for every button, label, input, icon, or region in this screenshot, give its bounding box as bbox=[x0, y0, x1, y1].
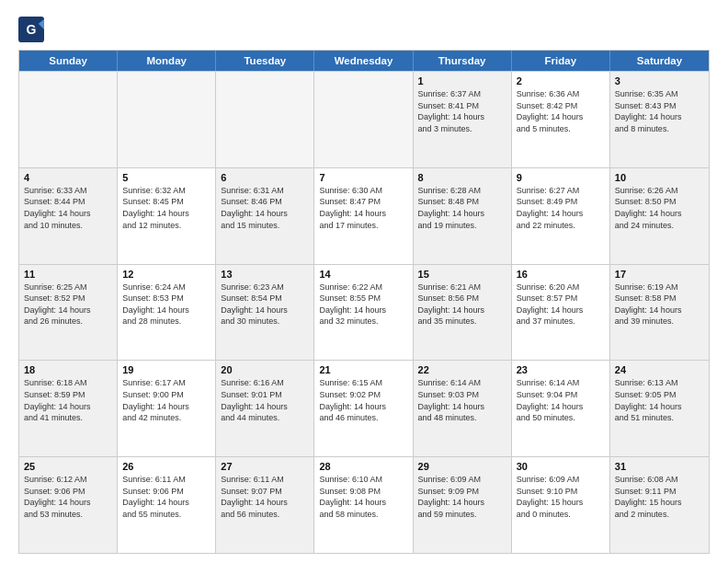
svg-text:G: G bbox=[27, 22, 37, 37]
day-number: 21 bbox=[319, 364, 407, 375]
day-number: 26 bbox=[122, 461, 210, 472]
calendar-cell-14: 14Sunrise: 6:22 AM Sunset: 8:55 PM Dayli… bbox=[314, 265, 413, 361]
calendar-cell-empty-0-2 bbox=[216, 72, 314, 167]
calendar-cell-4: 4Sunrise: 6:33 AM Sunset: 8:44 PM Daylig… bbox=[19, 168, 118, 264]
cell-info: Sunrise: 6:09 AM Sunset: 9:10 PM Dayligh… bbox=[517, 474, 605, 520]
calendar-header: SundayMondayTuesdayWednesdayThursdayFrid… bbox=[19, 51, 709, 71]
day-number: 27 bbox=[221, 461, 309, 472]
calendar-cell-26: 26Sunrise: 6:11 AM Sunset: 9:06 PM Dayli… bbox=[118, 457, 216, 553]
calendar-cell-6: 6Sunrise: 6:31 AM Sunset: 8:46 PM Daylig… bbox=[216, 168, 314, 264]
day-number: 5 bbox=[122, 172, 210, 183]
day-number: 3 bbox=[615, 75, 704, 86]
header: G bbox=[18, 17, 710, 42]
day-number: 13 bbox=[221, 269, 309, 280]
calendar-row-0: 1Sunrise: 6:37 AM Sunset: 8:41 PM Daylig… bbox=[19, 71, 709, 167]
cell-info: Sunrise: 6:28 AM Sunset: 8:48 PM Dayligh… bbox=[418, 185, 506, 231]
calendar-cell-5: 5Sunrise: 6:32 AM Sunset: 8:45 PM Daylig… bbox=[118, 168, 216, 264]
cell-info: Sunrise: 6:30 AM Sunset: 8:47 PM Dayligh… bbox=[319, 185, 407, 231]
calendar-cell-18: 18Sunrise: 6:18 AM Sunset: 8:59 PM Dayli… bbox=[19, 361, 118, 456]
calendar-cell-empty-0-0 bbox=[19, 72, 118, 167]
cell-info: Sunrise: 6:24 AM Sunset: 8:53 PM Dayligh… bbox=[122, 282, 210, 327]
day-number: 28 bbox=[319, 461, 407, 472]
day-number: 4 bbox=[24, 172, 112, 183]
cell-info: Sunrise: 6:31 AM Sunset: 8:46 PM Dayligh… bbox=[221, 185, 309, 231]
calendar-cell-24: 24Sunrise: 6:13 AM Sunset: 9:05 PM Dayli… bbox=[610, 361, 709, 456]
cell-info: Sunrise: 6:13 AM Sunset: 9:05 PM Dayligh… bbox=[615, 377, 704, 423]
calendar-cell-16: 16Sunrise: 6:20 AM Sunset: 8:57 PM Dayli… bbox=[512, 265, 610, 361]
calendar-cell-10: 10Sunrise: 6:26 AM Sunset: 8:50 PM Dayli… bbox=[610, 168, 709, 264]
logo: G bbox=[18, 17, 46, 42]
cell-info: Sunrise: 6:10 AM Sunset: 9:08 PM Dayligh… bbox=[319, 474, 407, 520]
calendar-cell-3: 3Sunrise: 6:35 AM Sunset: 8:43 PM Daylig… bbox=[610, 72, 709, 167]
day-number: 25 bbox=[24, 461, 112, 472]
cell-info: Sunrise: 6:37 AM Sunset: 8:41 PM Dayligh… bbox=[418, 88, 506, 134]
calendar-cell-19: 19Sunrise: 6:17 AM Sunset: 9:00 PM Dayli… bbox=[118, 361, 216, 456]
day-number: 14 bbox=[319, 269, 407, 280]
day-number: 7 bbox=[319, 172, 407, 183]
calendar-cell-28: 28Sunrise: 6:10 AM Sunset: 9:08 PM Dayli… bbox=[314, 457, 413, 553]
calendar: SundayMondayTuesdayWednesdayThursdayFrid… bbox=[18, 50, 710, 554]
cell-info: Sunrise: 6:12 AM Sunset: 9:06 PM Dayligh… bbox=[24, 474, 112, 520]
header-day-thursday: Thursday bbox=[414, 51, 512, 71]
day-number: 12 bbox=[122, 269, 210, 280]
cell-info: Sunrise: 6:08 AM Sunset: 9:11 PM Dayligh… bbox=[615, 474, 704, 520]
day-number: 19 bbox=[122, 364, 210, 375]
day-number: 18 bbox=[24, 364, 112, 375]
calendar-cell-empty-0-3 bbox=[314, 72, 413, 167]
day-number: 31 bbox=[615, 461, 704, 472]
cell-info: Sunrise: 6:32 AM Sunset: 8:45 PM Dayligh… bbox=[122, 185, 210, 231]
day-number: 1 bbox=[418, 75, 506, 86]
page: G SundayMondayTuesdayWednesdayThursdayFr… bbox=[0, 0, 728, 563]
day-number: 24 bbox=[615, 364, 704, 375]
day-number: 10 bbox=[615, 172, 704, 183]
calendar-row-4: 25Sunrise: 6:12 AM Sunset: 9:06 PM Dayli… bbox=[19, 456, 709, 553]
day-number: 22 bbox=[418, 364, 506, 375]
day-number: 15 bbox=[418, 269, 506, 280]
cell-info: Sunrise: 6:27 AM Sunset: 8:49 PM Dayligh… bbox=[517, 185, 605, 231]
header-day-friday: Friday bbox=[512, 51, 610, 71]
calendar-cell-2: 2Sunrise: 6:36 AM Sunset: 8:42 PM Daylig… bbox=[512, 72, 610, 167]
cell-info: Sunrise: 6:35 AM Sunset: 8:43 PM Dayligh… bbox=[615, 88, 704, 134]
header-day-tuesday: Tuesday bbox=[216, 51, 314, 71]
day-number: 9 bbox=[517, 172, 605, 183]
calendar-cell-9: 9Sunrise: 6:27 AM Sunset: 8:49 PM Daylig… bbox=[512, 168, 610, 264]
calendar-cell-30: 30Sunrise: 6:09 AM Sunset: 9:10 PM Dayli… bbox=[512, 457, 610, 553]
day-number: 23 bbox=[517, 364, 605, 375]
header-day-monday: Monday bbox=[118, 51, 216, 71]
cell-info: Sunrise: 6:22 AM Sunset: 8:55 PM Dayligh… bbox=[319, 282, 407, 327]
cell-info: Sunrise: 6:16 AM Sunset: 9:01 PM Dayligh… bbox=[221, 377, 309, 423]
calendar-cell-22: 22Sunrise: 6:14 AM Sunset: 9:03 PM Dayli… bbox=[414, 361, 512, 456]
calendar-cell-15: 15Sunrise: 6:21 AM Sunset: 8:56 PM Dayli… bbox=[414, 265, 512, 361]
calendar-body: 1Sunrise: 6:37 AM Sunset: 8:41 PM Daylig… bbox=[19, 71, 709, 553]
day-number: 29 bbox=[418, 461, 506, 472]
cell-info: Sunrise: 6:14 AM Sunset: 9:03 PM Dayligh… bbox=[418, 377, 506, 423]
calendar-cell-12: 12Sunrise: 6:24 AM Sunset: 8:53 PM Dayli… bbox=[118, 265, 216, 361]
calendar-cell-23: 23Sunrise: 6:14 AM Sunset: 9:04 PM Dayli… bbox=[512, 361, 610, 456]
calendar-cell-31: 31Sunrise: 6:08 AM Sunset: 9:11 PM Dayli… bbox=[610, 457, 709, 553]
day-number: 11 bbox=[24, 269, 112, 280]
calendar-cell-empty-0-1 bbox=[118, 72, 216, 167]
cell-info: Sunrise: 6:17 AM Sunset: 9:00 PM Dayligh… bbox=[122, 377, 210, 423]
header-day-wednesday: Wednesday bbox=[314, 51, 413, 71]
cell-info: Sunrise: 6:25 AM Sunset: 8:52 PM Dayligh… bbox=[24, 282, 112, 327]
calendar-cell-25: 25Sunrise: 6:12 AM Sunset: 9:06 PM Dayli… bbox=[19, 457, 118, 553]
day-number: 2 bbox=[517, 75, 605, 86]
calendar-cell-27: 27Sunrise: 6:11 AM Sunset: 9:07 PM Dayli… bbox=[216, 457, 314, 553]
cell-info: Sunrise: 6:36 AM Sunset: 8:42 PM Dayligh… bbox=[517, 88, 605, 134]
cell-info: Sunrise: 6:15 AM Sunset: 9:02 PM Dayligh… bbox=[319, 377, 407, 423]
calendar-cell-29: 29Sunrise: 6:09 AM Sunset: 9:09 PM Dayli… bbox=[414, 457, 512, 553]
calendar-cell-1: 1Sunrise: 6:37 AM Sunset: 8:41 PM Daylig… bbox=[414, 72, 512, 167]
calendar-cell-13: 13Sunrise: 6:23 AM Sunset: 8:54 PM Dayli… bbox=[216, 265, 314, 361]
calendar-cell-17: 17Sunrise: 6:19 AM Sunset: 8:58 PM Dayli… bbox=[610, 265, 709, 361]
day-number: 17 bbox=[615, 269, 704, 280]
cell-info: Sunrise: 6:20 AM Sunset: 8:57 PM Dayligh… bbox=[517, 282, 605, 327]
calendar-cell-21: 21Sunrise: 6:15 AM Sunset: 9:02 PM Dayli… bbox=[314, 361, 413, 456]
calendar-row-3: 18Sunrise: 6:18 AM Sunset: 8:59 PM Dayli… bbox=[19, 360, 709, 456]
day-number: 6 bbox=[221, 172, 309, 183]
cell-info: Sunrise: 6:11 AM Sunset: 9:07 PM Dayligh… bbox=[221, 474, 309, 520]
calendar-row-2: 11Sunrise: 6:25 AM Sunset: 8:52 PM Dayli… bbox=[19, 264, 709, 361]
cell-info: Sunrise: 6:33 AM Sunset: 8:44 PM Dayligh… bbox=[24, 185, 112, 231]
calendar-cell-8: 8Sunrise: 6:28 AM Sunset: 8:48 PM Daylig… bbox=[414, 168, 512, 264]
cell-info: Sunrise: 6:18 AM Sunset: 8:59 PM Dayligh… bbox=[24, 377, 112, 423]
calendar-row-1: 4Sunrise: 6:33 AM Sunset: 8:44 PM Daylig… bbox=[19, 167, 709, 264]
